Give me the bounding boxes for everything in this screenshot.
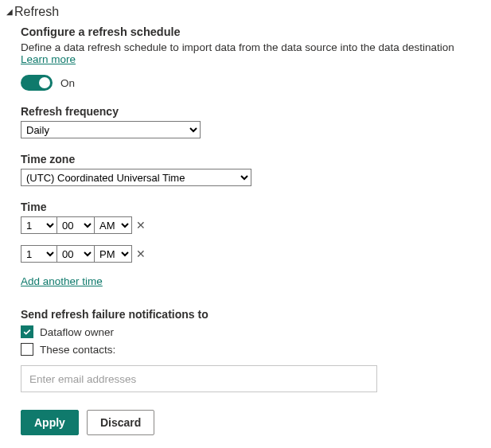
chevron-down-icon: ◢ xyxy=(6,7,13,16)
close-icon: ✕ xyxy=(136,247,146,260)
frequency-label: Refresh frequency xyxy=(21,105,485,118)
time-label: Time xyxy=(21,201,485,213)
section-content: Configure a refresh schedule Define a da… xyxy=(6,25,485,435)
remove-time-button[interactable]: ✕ xyxy=(134,216,148,234)
time-field: Time 1 00 AM ✕ 1 00 PM ✕ Add another tim… xyxy=(21,201,485,287)
owner-checkbox-label: Dataflow owner xyxy=(40,326,114,338)
toggle-label: On xyxy=(60,77,75,89)
timezone-select[interactable]: (UTC) Coordinated Universal Time xyxy=(21,169,251,186)
owner-checkbox[interactable] xyxy=(21,325,33,338)
time-row: 1 00 AM ✕ xyxy=(21,216,485,234)
close-icon: ✕ xyxy=(136,219,146,232)
schedule-description-text: Define a data refresh schedule to import… xyxy=(21,41,454,53)
timezone-label: Time zone xyxy=(21,153,485,166)
contacts-checkbox-label: These contacts: xyxy=(40,344,115,356)
check-icon xyxy=(22,327,32,337)
learn-more-link[interactable]: Learn more xyxy=(21,53,76,65)
contacts-checkbox[interactable] xyxy=(21,343,33,356)
enable-toggle[interactable] xyxy=(21,75,53,91)
apply-button[interactable]: Apply xyxy=(21,410,79,435)
timezone-field: Time zone (UTC) Coordinated Universal Ti… xyxy=(21,153,485,186)
frequency-select[interactable]: Daily xyxy=(21,121,201,138)
contacts-checkbox-row: These contacts: xyxy=(21,343,485,356)
time-ampm-select[interactable]: PM xyxy=(94,245,132,263)
owner-checkbox-row: Dataflow owner xyxy=(21,325,485,338)
time-ampm-select[interactable]: AM xyxy=(94,216,132,234)
enable-toggle-row: On xyxy=(21,75,485,91)
contacts-email-input[interactable] xyxy=(21,365,377,392)
time-hour-select[interactable]: 1 xyxy=(21,216,57,234)
schedule-description: Define a data refresh schedule to import… xyxy=(21,41,485,65)
schedule-subtitle: Configure a refresh schedule xyxy=(21,25,485,38)
remove-time-button[interactable]: ✕ xyxy=(134,245,148,263)
section-title: Refresh xyxy=(14,5,59,19)
time-minute-select[interactable]: 00 xyxy=(57,216,95,234)
time-minute-select[interactable]: 00 xyxy=(57,245,95,263)
frequency-field: Refresh frequency Daily xyxy=(21,105,485,138)
button-row: Apply Discard xyxy=(21,410,485,435)
section-header[interactable]: ◢ Refresh xyxy=(6,5,485,19)
toggle-knob xyxy=(39,77,50,88)
time-row: 1 00 PM ✕ xyxy=(21,245,485,263)
time-hour-select[interactable]: 1 xyxy=(21,245,57,263)
notifications-field: Send refresh failure notifications to Da… xyxy=(21,308,485,392)
discard-button[interactable]: Discard xyxy=(87,410,154,435)
add-time-link[interactable]: Add another time xyxy=(21,275,103,287)
notifications-label: Send refresh failure notifications to xyxy=(21,308,485,321)
